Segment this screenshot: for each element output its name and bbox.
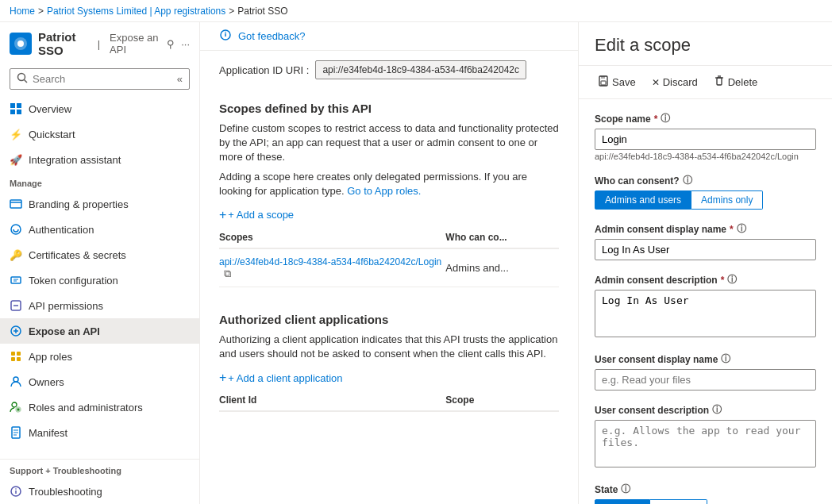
branding-icon (10, 198, 22, 210)
info-icon-admindesc[interactable]: ⓘ (727, 273, 737, 287)
quickstart-label: Quickstart (29, 129, 75, 140)
sidebar-item-quickstart[interactable]: ⚡ Quickstart (0, 121, 199, 147)
discard-button[interactable]: ✕ Discard (649, 73, 701, 91)
support-header: Support + Troubleshooting (0, 460, 199, 479)
sidebar-item-expose[interactable]: Expose an API (0, 318, 199, 344)
svg-rect-16 (11, 352, 15, 356)
scope-value: api://e34feb4d-18c9-4384-a534-4f6ba24204… (219, 256, 445, 280)
copy-icon[interactable]: ⧉ (224, 267, 231, 279)
breadcrumb-company[interactable]: Patriot Systems Limited | App registrati… (47, 6, 225, 17)
delete-button[interactable]: Delete (711, 72, 761, 92)
branding-label: Branding & properties (29, 198, 129, 210)
expose-icon (10, 325, 22, 337)
collapse-icon[interactable]: « (177, 73, 183, 85)
state-disabled[interactable]: Disabled (650, 499, 707, 504)
col-clientid: Client Id (219, 394, 445, 406)
admin-desc-textarea[interactable]: Log In As User (595, 290, 816, 337)
add-scope-button[interactable]: + + Add a scope (219, 203, 559, 227)
svg-rect-37 (601, 76, 605, 79)
sidebar-item-authentication[interactable]: Authentication (0, 217, 199, 242)
authorized-section: Authorized client applications Authorizi… (200, 300, 578, 425)
sidebar-item-certs[interactable]: 🔑 Certificates & secrets (0, 242, 199, 267)
app-id-label: Application ID URI : (219, 64, 309, 76)
support-icon (10, 485, 22, 498)
user-desc-label: User consent description ⓘ (595, 403, 816, 417)
svg-rect-4 (17, 103, 21, 108)
consent-admins-users[interactable]: Admins and users (595, 190, 691, 210)
col-scopes: Scopes (219, 232, 445, 243)
integration-label: Integration assistant (29, 154, 121, 166)
app-roles-link[interactable]: Go to App roles. (347, 185, 421, 197)
svg-rect-36 (601, 81, 606, 85)
save-button[interactable]: Save (595, 72, 639, 92)
state-field: State ⓘ Enabled Disabled (595, 483, 816, 504)
app-title: Patriot SSO (38, 30, 88, 57)
sidebar-item-troubleshoot[interactable]: Troubleshooting (0, 479, 199, 504)
scope-name-input[interactable] (595, 129, 816, 150)
sidebar-item-apiperm[interactable]: API permissions (0, 293, 199, 318)
consent-admins-only[interactable]: Admins only (691, 190, 763, 210)
pin-icon[interactable]: ⚲ (167, 38, 175, 50)
add-client-button[interactable]: + + Add a client application (219, 366, 559, 390)
auth-icon (10, 223, 22, 236)
feedback-text[interactable]: Got feedback? (238, 30, 306, 42)
sidebar-item-overview[interactable]: Overview (0, 96, 199, 121)
state-options: Enabled Disabled (595, 499, 816, 504)
svg-point-9 (11, 225, 21, 234)
state-enabled[interactable]: Enabled (595, 499, 650, 504)
authorized-desc: Authorizing a client application indicat… (219, 333, 559, 361)
col-whocan: Who can co... (445, 232, 559, 243)
svg-rect-6 (17, 110, 21, 114)
info-icon-admin[interactable]: ⓘ (737, 222, 746, 236)
user-desc-textarea[interactable] (595, 420, 816, 467)
info-icon[interactable]: ⓘ (661, 112, 670, 125)
content-area: Got feedback? Application ID URI : api:/… (200, 22, 578, 504)
user-desc-field: User consent description ⓘ (595, 403, 816, 470)
roles-icon (10, 350, 22, 363)
required-marker2: * (730, 224, 734, 235)
app-icon (10, 33, 32, 55)
svg-rect-17 (17, 352, 21, 356)
scopes-desc2: Adding a scope here creates only delegat… (219, 170, 559, 198)
sidebar-item-branding[interactable]: Branding & properties (0, 191, 199, 217)
client-table-header: Client Id Scope (219, 390, 559, 412)
user-display-input[interactable] (595, 369, 816, 391)
manage-header: Manage (0, 172, 199, 191)
sidebar-item-rolesadmin[interactable]: Roles and administrators (0, 394, 199, 420)
add-client-label: + Add a client application (228, 372, 342, 384)
svg-point-21 (12, 402, 17, 407)
authorized-title: Authorized client applications (219, 313, 559, 326)
breadcrumb: Home > Patriot Systems Limited | App reg… (0, 0, 832, 22)
sidebar-item-owners[interactable]: Owners (0, 369, 199, 394)
scope-name-subtext: api://e34feb4d-18c9-4384-a534-4f6ba24204… (595, 152, 816, 161)
apiperm-label: API permissions (29, 300, 103, 312)
info-icon-userdisplay[interactable]: ⓘ (721, 352, 730, 366)
token-icon (10, 274, 22, 287)
more-icon[interactable]: ··· (181, 38, 190, 50)
sidebar-item-integration[interactable]: 🚀 Integration assistant (0, 147, 199, 172)
expose-label: Expose an API (29, 325, 100, 337)
breadcrumb-sep1: > (38, 6, 44, 17)
scope-name-field: Scope name * ⓘ api://e34feb4d-18c9-4384-… (595, 112, 816, 161)
sidebar-item-approles[interactable]: App roles (0, 344, 199, 369)
app-subtitle: Expose an API (110, 32, 160, 56)
rolesadmin-label: Roles and administrators (29, 402, 143, 414)
col-scope-h: Scope (445, 394, 559, 406)
title-icons: ⚲ ··· (167, 38, 190, 50)
info-icon-state[interactable]: ⓘ (621, 483, 630, 496)
svg-rect-38 (717, 78, 722, 85)
token-label: Token configuration (29, 275, 118, 287)
info-icon-consent[interactable]: ⓘ (683, 174, 692, 187)
sidebar-item-manifest[interactable]: Manifest (0, 420, 199, 445)
admin-display-input[interactable] (595, 239, 816, 260)
sidebar-item-token[interactable]: Token configuration (0, 267, 199, 293)
breadcrumb-home[interactable]: Home (10, 6, 35, 17)
app-id-row: Application ID URI : api://e34feb4d-18c9… (200, 51, 578, 89)
svg-rect-7 (10, 200, 21, 208)
info-icon-userdesc[interactable]: ⓘ (712, 403, 722, 417)
overview-label: Overview (29, 103, 71, 115)
search-input[interactable] (33, 73, 172, 85)
scope-link[interactable]: api://e34feb4d-18c9-4384-a534-4f6ba24204… (219, 256, 441, 267)
delete-icon (714, 75, 725, 89)
state-label: State ⓘ (595, 483, 816, 496)
